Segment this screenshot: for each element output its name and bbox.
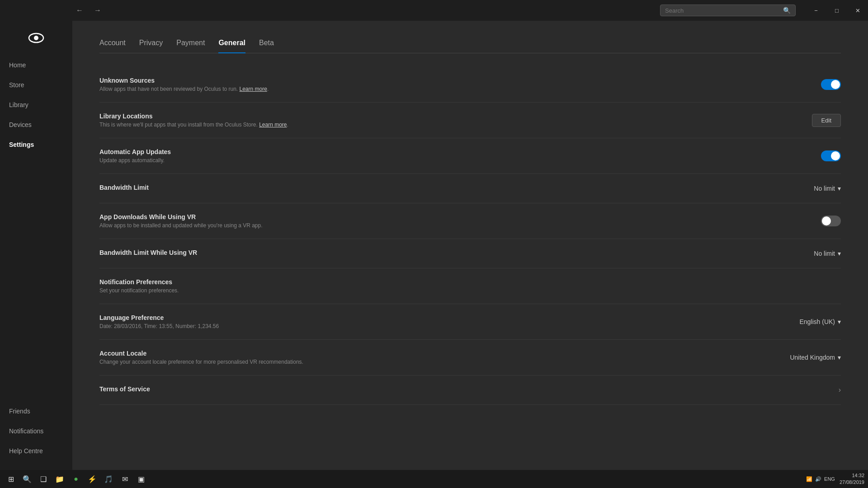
app-downloads-vr-toggle-knob <box>822 216 831 225</box>
sidebar-item-settings[interactable]: Settings <box>0 135 72 155</box>
taskbar-chrome-button[interactable]: ● <box>69 472 83 486</box>
back-button[interactable]: ← <box>72 5 87 16</box>
taskbar-clock: 14:32 27/08/2019 <box>840 472 864 486</box>
setting-library-locations-info: Library Locations This is where we'll pu… <box>99 113 618 128</box>
setting-terms-of-service[interactable]: Terms of Service › <box>99 375 841 405</box>
sidebar-item-help-centre[interactable]: Help Centre <box>0 441 72 461</box>
setting-unknown-sources-control <box>821 79 841 90</box>
sidebar-item-home[interactable]: Home <box>0 55 72 75</box>
tabs-bar: Account Privacy Payment General Beta <box>99 39 841 53</box>
setting-terms-of-service-control: › <box>839 386 841 394</box>
setting-account-locale-title: Account Locale <box>99 350 618 357</box>
auto-updates-toggle-knob <box>831 151 840 160</box>
setting-bandwidth-limit-vr-info: Bandwidth Limit While Using VR <box>99 249 618 258</box>
search-input[interactable] <box>665 7 783 14</box>
setting-notification-prefs: Notification Preferences Set your notifi… <box>99 268 841 304</box>
tab-general[interactable]: General <box>218 39 245 53</box>
start-button[interactable]: ⊞ <box>4 472 18 486</box>
library-locations-edit-button[interactable]: Edit <box>812 114 841 127</box>
setting-app-downloads-vr-title: App Downloads While Using VR <box>99 213 618 221</box>
setting-language-pref-title: Language Preference <box>99 314 618 321</box>
setting-unknown-sources-info: Unknown Sources Allow apps that have not… <box>99 77 618 92</box>
bandwidth-limit-vr-dropdown[interactable]: No limit ▾ <box>814 250 841 257</box>
unknown-sources-toggle[interactable] <box>821 79 841 90</box>
app-icon: ▣ <box>138 475 145 483</box>
bandwidth-limit-vr-chevron-icon: ▾ <box>838 250 841 257</box>
unknown-sources-learn-more[interactable]: Learn more <box>240 86 267 92</box>
account-locale-dropdown[interactable]: United Kingdom ▾ <box>790 354 841 361</box>
tab-beta[interactable]: Beta <box>259 39 274 53</box>
lang-label: ENG <box>824 476 835 482</box>
maximize-button[interactable]: □ <box>826 0 847 21</box>
sidebar: Home Store Library Devices Settings Frie… <box>0 21 72 470</box>
setting-bandwidth-limit-vr-title: Bandwidth Limit While Using VR <box>99 249 618 256</box>
setting-notification-prefs-info: Notification Preferences Set your notifi… <box>99 278 618 294</box>
taskbar-right: 📶 🔊 ENG 14:32 27/08/2019 <box>806 472 864 486</box>
taskbar-mail-button[interactable]: ✉ <box>118 472 132 486</box>
titlebar-controls: − □ ✕ <box>806 0 868 21</box>
account-locale-chevron-icon: ▾ <box>838 354 841 361</box>
app-downloads-vr-toggle[interactable] <box>821 216 841 226</box>
svg-point-1 <box>34 36 38 40</box>
bandwidth-limit-dropdown[interactable]: No limit ▾ <box>814 185 841 192</box>
taskbar-time-display: 14:32 <box>840 472 864 479</box>
volume-icon: 🔊 <box>815 476 821 482</box>
taskbar-search-button[interactable]: 🔍 <box>20 472 34 486</box>
language-pref-dropdown[interactable]: English (UK) ▾ <box>799 318 841 325</box>
close-button[interactable]: ✕ <box>847 0 868 21</box>
taskbar-date-display: 27/08/2019 <box>840 479 864 486</box>
setting-bandwidth-limit-vr: Bandwidth Limit While Using VR No limit … <box>99 239 841 268</box>
minimize-button[interactable]: − <box>806 0 826 21</box>
titlebar-search-box[interactable]: 🔍 <box>660 5 796 16</box>
setting-auto-updates-title: Automatic App Updates <box>99 148 618 155</box>
library-locations-learn-more[interactable]: Learn more <box>259 122 287 128</box>
sidebar-item-library[interactable]: Library <box>0 95 72 115</box>
taskbar-left: ⊞ 🔍 ❑ 📁 ● ⚡ 🎵 ✉ ▣ <box>4 472 148 486</box>
taskbar-app-button[interactable]: ▣ <box>134 472 148 486</box>
setting-language-pref-info: Language Preference Date: 28/03/2016, Ti… <box>99 314 618 329</box>
bandwidth-limit-value: No limit <box>814 185 835 192</box>
setting-bandwidth-limit-title: Bandwidth Limit <box>99 184 618 191</box>
setting-notification-prefs-title: Notification Preferences <box>99 278 618 286</box>
sidebar-item-store[interactable]: Store <box>0 75 72 95</box>
tab-payment[interactable]: Payment <box>176 39 205 53</box>
sidebar-nav: Home Store Library Devices Settings <box>0 55 72 401</box>
taskview-icon: ❑ <box>40 475 47 483</box>
search-icon: 🔍 <box>783 7 791 14</box>
setting-app-downloads-vr-control <box>821 216 841 226</box>
setting-language-pref-desc: Date: 28/03/2016, Time: 13:55, Number: 1… <box>99 323 618 329</box>
setting-account-locale-control: United Kingdom ▾ <box>790 354 841 361</box>
main-content: Account Privacy Payment General Beta Unk… <box>72 21 868 470</box>
taskbar-audio-button[interactable]: 🎵 <box>101 472 116 486</box>
setting-unknown-sources-desc: Allow apps that have not been reviewed b… <box>99 86 618 92</box>
auto-updates-toggle[interactable] <box>821 150 841 161</box>
folder-icon: 📁 <box>55 475 64 483</box>
language-pref-chevron-icon: ▾ <box>838 318 841 325</box>
setting-app-downloads-vr-desc: Allow apps to be installed and updated w… <box>99 222 618 229</box>
sidebar-item-notifications[interactable]: Notifications <box>0 421 72 441</box>
forward-button[interactable]: → <box>90 5 105 16</box>
sidebar-bottom: Friends Notifications Help Centre <box>0 401 72 470</box>
tab-account[interactable]: Account <box>99 39 126 53</box>
setting-account-locale: Account Locale Change your account local… <box>99 340 841 375</box>
setting-account-locale-desc: Change your account locale preference fo… <box>99 359 618 365</box>
language-pref-value: English (UK) <box>799 318 835 325</box>
tab-privacy[interactable]: Privacy <box>139 39 163 53</box>
setting-auto-updates-info: Automatic App Updates Update apps automa… <box>99 148 618 164</box>
sidebar-item-friends[interactable]: Friends <box>0 401 72 421</box>
sidebar-item-devices[interactable]: Devices <box>0 115 72 135</box>
terms-of-service-arrow-icon: › <box>839 386 841 394</box>
setting-library-locations: Library Locations This is where we'll pu… <box>99 103 841 138</box>
setting-terms-of-service-title: Terms of Service <box>99 385 618 393</box>
setting-auto-updates: Automatic App Updates Update apps automa… <box>99 138 841 174</box>
app-logo <box>0 25 72 55</box>
start-icon: ⊞ <box>8 475 14 483</box>
taskbar-folder-button[interactable]: 📁 <box>52 472 67 486</box>
setting-bandwidth-limit: Bandwidth Limit No limit ▾ <box>99 174 841 203</box>
setting-unknown-sources: Unknown Sources Allow apps that have not… <box>99 67 841 103</box>
setting-library-locations-title: Library Locations <box>99 113 618 120</box>
mail-icon: ✉ <box>122 475 128 483</box>
taskbar-edge-button[interactable]: ⚡ <box>85 472 99 486</box>
taskbar-taskview-button[interactable]: ❑ <box>36 472 51 486</box>
setting-language-pref: Language Preference Date: 28/03/2016, Ti… <box>99 304 841 340</box>
